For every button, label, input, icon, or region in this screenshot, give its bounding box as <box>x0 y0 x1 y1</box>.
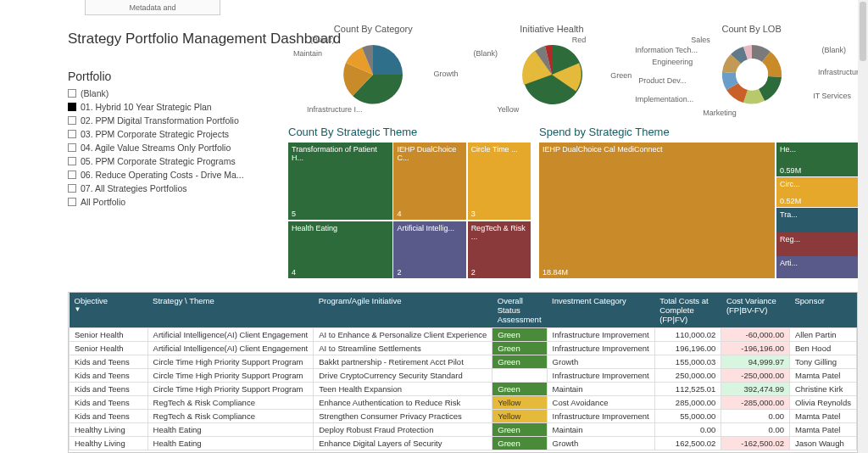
tile-circ[interactable]: Circ...0.52M <box>776 177 858 207</box>
cell: Circle Time High Priority Support Progra… <box>147 383 314 396</box>
table-row[interactable]: Kids and TeensRegTech & Risk ComplianceS… <box>70 410 857 423</box>
portfolio-item-label: 05. PPM Corporate Strategic Programs <box>81 156 236 166</box>
cell: Senior Health <box>70 328 148 342</box>
chart-initiative-health[interactable]: Initiative Health Red (Blank) Green Yell… <box>467 24 637 121</box>
treemap-count-title: Count By Strategic Theme <box>288 126 417 138</box>
cell: Enhance Digital Layers of Security <box>314 437 492 450</box>
cell: Bakkt partnership - Retirement Acct Pilo… <box>314 355 492 369</box>
table-row[interactable]: Kids and TeensCircle Time High Priority … <box>70 355 857 369</box>
col-header[interactable]: Sponsor <box>789 293 856 328</box>
portfolio-item-5[interactable]: 05. PPM Corporate Strategic Programs <box>68 154 280 168</box>
table-row[interactable]: Healthy LivingHealth EatingDeploy Robust… <box>70 423 857 437</box>
label-maintain: Maintain <box>293 49 322 58</box>
cell: Kids and Teens <box>70 383 148 396</box>
checkbox-icon[interactable] <box>68 130 76 138</box>
cell: Green <box>492 355 547 369</box>
tile-circle[interactable]: Circle Time ...3 <box>468 143 531 220</box>
label-yellow: Yellow <box>498 105 520 114</box>
checkbox-icon[interactable] <box>68 157 76 165</box>
cell: -285,000.00 <box>721 396 790 410</box>
label-red: Red <box>572 36 587 44</box>
treemap-count-by-theme[interactable]: Transformation of Patient H...5 IEHP Dua… <box>288 143 531 278</box>
tile-tra[interactable]: Tra... <box>776 208 858 232</box>
portfolio-item-label: 01. Hybrid 10 Year Strategic Plan <box>81 102 212 112</box>
cell: Circle Time High Priority Support Progra… <box>147 369 314 383</box>
cell: Allen Partin <box>789 328 856 342</box>
chart-count-by-lob[interactable]: Count By LOB Sales Information Tech... <box>645 24 858 121</box>
cell: 162,500.02 <box>654 437 721 450</box>
portfolio-item-1[interactable]: 01. Hybrid 10 Year Strategic Plan <box>68 100 280 114</box>
tile-iehp[interactable]: IEHP DualChoice C...4 <box>393 143 466 220</box>
cell: Tony Gilling <box>789 355 856 369</box>
cell: 112,525.01 <box>654 383 721 396</box>
col-header[interactable]: Investment Category <box>547 293 654 328</box>
portfolio-item-label: 07. All Strategies Portfolios <box>81 183 186 193</box>
portfolio-item-3[interactable]: 03. PPM Corporate Strategic Projects <box>68 127 280 141</box>
chart-title: Count By Category <box>288 24 459 34</box>
portfolio-item-7[interactable]: 07. All Strategies Portfolios <box>68 182 280 195</box>
label-blank: (Blank) <box>474 49 498 58</box>
cell: 0.00 <box>721 410 790 423</box>
checkbox-icon[interactable] <box>68 171 76 179</box>
table-row[interactable]: Senior HealthArtificial Intelligence(AI)… <box>70 328 857 342</box>
portfolio-item-2[interactable]: 02. PPM Digital Transformation Portfolio <box>68 114 280 127</box>
table-row[interactable]: Healthy LivingHealth EatingEnhance Digit… <box>70 437 857 450</box>
table-row[interactable]: Kids and TeensRegTech & Risk ComplianceE… <box>70 396 857 410</box>
checkbox-icon[interactable] <box>68 103 76 111</box>
tile-reg[interactable]: Reg... <box>776 232 858 255</box>
checkbox-icon[interactable] <box>68 89 76 98</box>
portfolio-item-4[interactable]: 04. Agile Value Streams Only Portfolio <box>68 141 280 154</box>
svg-point-1 <box>737 60 766 89</box>
tile-regtech[interactable]: RegTech & Risk ...2 <box>468 221 531 278</box>
cell: Healthy Living <box>70 437 148 450</box>
cell: Kids and Teens <box>70 396 148 410</box>
checkbox-icon[interactable] <box>68 116 76 125</box>
details-table[interactable]: Objective▼Strategy \ ThemeProgram/Agile … <box>68 292 858 453</box>
cell: 250,000.00 <box>654 369 721 383</box>
col-header[interactable]: Program/Agile Initiative <box>314 293 492 328</box>
cell: RegTech & Risk Compliance <box>147 396 314 410</box>
cell: Jason Waugh <box>789 437 856 450</box>
table-row[interactable]: Senior HealthArtificial Intelligence(AI)… <box>70 342 857 355</box>
cell: 0.00 <box>721 423 790 437</box>
cell: Drive CryptoCurrency Security Standard <box>314 369 492 383</box>
chart-count-by-category[interactable]: Count By Category (Blank) Maintain Growt… <box>288 24 459 121</box>
cell: Growth <box>547 437 654 450</box>
table-row[interactable]: Kids and TeensCircle Time High Priority … <box>70 369 857 383</box>
portfolio-item-0[interactable]: (Blank) <box>68 87 280 100</box>
label-infotech: Information Tech... <box>635 46 698 54</box>
label-infrastructure: Infrastructure I... <box>307 105 363 114</box>
tile-he[interactable]: He...0.59M <box>776 143 858 176</box>
col-header[interactable]: Objective▼ <box>70 293 148 328</box>
portfolio-item-label: All Portfolio <box>81 197 125 207</box>
portfolio-slicer-title: Portfolio <box>68 70 111 83</box>
portfolio-item-6[interactable]: 06. Reduce Operating Costs - Drive Ma... <box>68 168 280 182</box>
cell: 110,000.02 <box>654 328 721 342</box>
checkbox-icon[interactable] <box>68 143 76 152</box>
tile-arti[interactable]: Arti... <box>776 256 858 278</box>
col-header[interactable]: Overall Status Assessment <box>492 293 547 328</box>
cell: Ben Hood <box>789 342 856 355</box>
tile-transformation[interactable]: Transformation of Patient H...5 <box>288 143 392 220</box>
label-infra: Infrastructure <box>818 68 863 76</box>
tile-health-eating[interactable]: Health Eating4 <box>288 221 392 278</box>
checkbox-icon[interactable] <box>68 198 76 206</box>
label-growth: Growth <box>434 70 459 78</box>
label-engineering: Engineering <box>652 58 693 66</box>
donut-chart <box>721 43 783 106</box>
checkbox-icon[interactable] <box>68 184 76 193</box>
col-header[interactable]: Strategy \ Theme <box>147 293 314 328</box>
col-header[interactable]: Total Costs at Complete (FP|FV) <box>654 293 721 328</box>
portfolio-item-8[interactable]: All Portfolio <box>68 195 280 209</box>
table-row[interactable]: Kids and TeensCircle Time High Priority … <box>70 383 857 396</box>
treemap-spend-by-theme[interactable]: IEHP DualChoice Cal MediConnect18.84M He… <box>539 143 858 278</box>
portfolio-slicer[interactable]: (Blank)01. Hybrid 10 Year Strategic Plan… <box>68 87 280 209</box>
tile-iehp-spend[interactable]: IEHP DualChoice Cal MediConnect18.84M <box>539 143 775 278</box>
ribbon-tab-metadata[interactable]: Metadata and <box>85 0 220 15</box>
col-header[interactable]: Cost Variance (FP|BV-FV) <box>721 293 790 328</box>
portfolio-item-label: (Blank) <box>81 88 108 98</box>
cell: Strengthen Consumer Privacy Practices <box>314 410 492 423</box>
tile-ai[interactable]: Artificial Intellig...2 <box>393 221 466 278</box>
cell: Maintain <box>547 383 654 396</box>
vertical-scrollbar[interactable] <box>858 0 868 453</box>
